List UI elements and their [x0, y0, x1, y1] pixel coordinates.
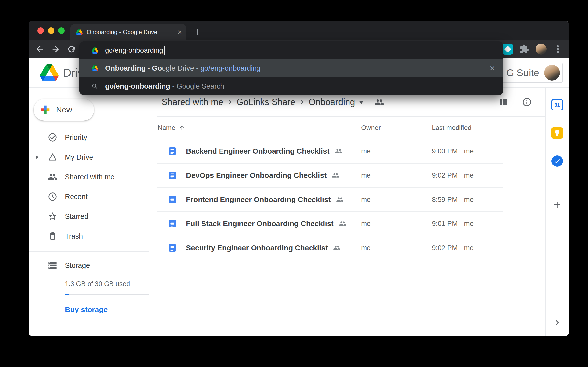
expand-caret-icon[interactable]: [36, 155, 39, 159]
drive-favicon-icon: [92, 47, 98, 54]
back-icon[interactable]: [35, 44, 45, 54]
table-row[interactable]: Security Engineer Onboarding Checklist m…: [157, 236, 503, 260]
sort-ascending-icon[interactable]: [178, 125, 185, 131]
omnibox-input[interactable]: go/eng-onboarding: [105, 46, 163, 54]
suggestion-google-search[interactable]: go/eng-onboarding - Google Search: [79, 77, 503, 95]
grid-view-icon[interactable]: [499, 97, 509, 107]
google-docs-icon: [168, 219, 177, 228]
google-docs-icon: [168, 195, 177, 204]
sidebar-item-my-drive[interactable]: My Drive: [29, 147, 153, 167]
drive-app: Drive G Suite New Priority: [29, 58, 569, 336]
storage-icon: [48, 260, 57, 270]
gsuite-account-box[interactable]: G Suite: [499, 63, 563, 83]
shared-with-me-icon: [48, 172, 57, 182]
sidebar-divider: [29, 251, 149, 252]
reload-icon[interactable]: [67, 44, 76, 54]
search-icon: [92, 83, 98, 90]
shared-indicator-icon: [339, 220, 346, 227]
folder-shared-people-icon: [375, 97, 384, 107]
table-row[interactable]: Frontend Engineer Onboarding Checklist m…: [157, 188, 503, 212]
google-docs-icon: [168, 147, 177, 156]
shared-indicator-icon: [335, 147, 342, 155]
buy-storage-link[interactable]: Buy storage: [65, 305, 108, 314]
side-panel-rail: 31: [545, 88, 569, 336]
shared-indicator-icon: [333, 244, 341, 252]
chevron-right-icon: [298, 98, 306, 106]
new-plus-icon: [39, 104, 51, 115]
chevron-down-icon[interactable]: [359, 101, 364, 104]
suggestion-drive-result[interactable]: Onboarding - Google Drive - go/eng-onboa…: [79, 59, 503, 77]
recent-clock-icon: [48, 192, 57, 202]
google-docs-icon: [168, 243, 177, 252]
file-table: Name Owner Last modified Backend Enginee…: [157, 117, 503, 260]
window-titlebar: Onboarding - Google Drive × +: [29, 21, 569, 40]
column-header-name[interactable]: Name: [158, 124, 175, 132]
table-header-row: Name Owner Last modified: [157, 117, 503, 139]
drive-sidebar: New Priority My Drive Shared with me: [29, 88, 157, 336]
forward-icon[interactable]: [51, 44, 61, 54]
gsuite-label: G Suite: [506, 67, 539, 78]
star-icon: [48, 211, 57, 221]
puzzle-extensions-icon[interactable]: [519, 44, 529, 54]
drive-favicon-icon: [92, 65, 98, 71]
column-header-owner[interactable]: Owner: [361, 124, 432, 132]
omnibox-dropdown-panel: go/eng-onboarding Onboarding - Google Dr…: [79, 41, 503, 95]
trash-icon: [48, 231, 57, 241]
chevron-right-icon: [226, 98, 234, 106]
tasks-icon[interactable]: [551, 155, 563, 167]
traffic-lights: [37, 27, 65, 34]
column-header-modified[interactable]: Last modified: [432, 124, 503, 132]
sidebar-item-recent[interactable]: Recent: [29, 187, 153, 206]
breadcrumb-shared-with-me[interactable]: Shared with me: [162, 97, 223, 107]
table-row[interactable]: Full Stack Engineer Onboarding Checklist…: [157, 212, 503, 236]
calendar-icon[interactable]: 31: [551, 99, 563, 110]
storage-usage-text: 1.3 GB of 30 GB used: [65, 280, 130, 288]
table-row[interactable]: DevOps Engineer Onboarding Checklist me …: [157, 164, 503, 188]
check-icon: [554, 158, 561, 165]
my-drive-icon: [48, 152, 57, 162]
new-button[interactable]: New: [34, 99, 94, 121]
table-row[interactable]: Backend Engineer Onboarding Checklist me…: [157, 139, 503, 164]
tab-close-icon[interactable]: ×: [177, 28, 182, 36]
sidebar-item-storage[interactable]: Storage: [29, 257, 153, 274]
rail-divider: [551, 183, 563, 183]
breadcrumb-golinks-share[interactable]: GoLinks Share: [237, 97, 295, 107]
browser-menu-kebab-icon[interactable]: [553, 44, 563, 54]
keep-icon[interactable]: [551, 127, 563, 139]
drive-main: Shared with me GoLinks Share Onboarding …: [157, 88, 545, 336]
sidebar-item-starred[interactable]: Starred: [29, 206, 153, 226]
drive-favicon-icon: [76, 29, 83, 35]
fullscreen-window-button[interactable]: [58, 27, 65, 34]
storage-progress-fill: [65, 294, 69, 295]
shared-indicator-icon: [336, 196, 344, 203]
add-addon-icon[interactable]: [552, 199, 563, 210]
close-window-button[interactable]: [37, 27, 44, 34]
breadcrumb-onboarding[interactable]: Onboarding: [309, 97, 355, 107]
browser-profile-avatar[interactable]: [536, 44, 547, 55]
sidebar-item-shared-with-me[interactable]: Shared with me: [29, 167, 153, 187]
collapse-panel-chevron-icon[interactable]: [552, 318, 562, 328]
lightbulb-icon: [553, 129, 561, 137]
omnibox[interactable]: go/eng-onboarding: [79, 41, 503, 59]
drive-logo-icon: [40, 64, 59, 81]
browser-window: Onboarding - Google Drive × + Drive G Su…: [29, 21, 569, 336]
extension-icon[interactable]: [502, 44, 513, 55]
info-icon[interactable]: [522, 97, 532, 107]
browser-tab[interactable]: Onboarding - Google Drive ×: [70, 24, 186, 40]
minimize-window-button[interactable]: [48, 27, 54, 34]
account-avatar[interactable]: [544, 65, 560, 81]
storage-progress-bar: [65, 294, 149, 295]
priority-icon: [48, 132, 57, 142]
google-docs-icon: [168, 171, 177, 180]
dismiss-suggestion-icon[interactable]: ×: [490, 64, 495, 73]
sidebar-item-priority[interactable]: Priority: [29, 128, 153, 147]
shared-indicator-icon: [332, 172, 339, 179]
text-cursor: [164, 46, 165, 55]
new-tab-button[interactable]: +: [191, 26, 204, 38]
tab-title: Onboarding - Google Drive: [87, 29, 175, 36]
sidebar-item-trash[interactable]: Trash: [29, 226, 153, 246]
